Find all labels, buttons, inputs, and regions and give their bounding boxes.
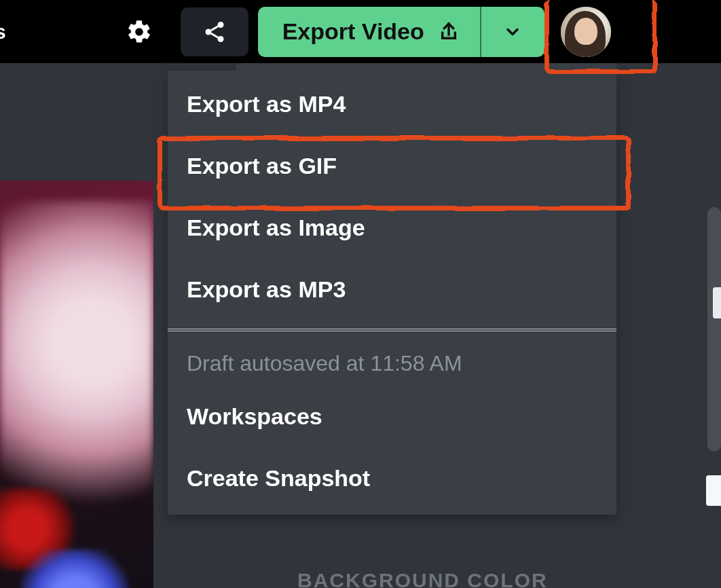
share-button[interactable]: [181, 7, 248, 56]
menu-workspaces[interactable]: Workspaces: [168, 386, 616, 447]
menu-export-image[interactable]: Export as Image: [168, 197, 616, 259]
menu-export-mp3[interactable]: Export as MP3: [168, 259, 616, 320]
panel-peek-lower: [706, 475, 721, 506]
menu-export-mp4[interactable]: Export as MP4: [168, 73, 616, 135]
user-avatar[interactable]: [561, 7, 611, 57]
menu-create-snapshot[interactable]: Create Snapshot: [168, 447, 616, 509]
autosave-status: Draft autosaved at 11:58 AM: [168, 332, 616, 386]
video-preview[interactable]: [0, 181, 153, 588]
chevron-down-icon: [503, 22, 522, 41]
export-button-group: Export Video: [258, 7, 544, 57]
svg-point-2: [217, 36, 223, 42]
upload-icon: [438, 21, 460, 43]
share-icon: [202, 20, 227, 44]
menu-export-gif[interactable]: Export as GIF: [168, 135, 616, 197]
svg-point-0: [217, 22, 223, 28]
export-video-button[interactable]: Export Video: [258, 7, 480, 57]
export-menu: Export as MP4 Export as GIF Export as Im…: [168, 71, 616, 515]
export-label: Export Video: [282, 18, 424, 45]
background-color-label: BACKGROUND COLOR: [297, 569, 548, 588]
settings-button[interactable]: [125, 18, 153, 46]
top-header: s Export Video: [0, 0, 721, 63]
svg-point-1: [205, 29, 211, 35]
title-truncated: s: [0, 20, 6, 43]
gear-icon: [126, 18, 153, 45]
menu-divider: [168, 329, 616, 329]
export-dropdown-toggle[interactable]: [480, 7, 544, 57]
side-scrollbar[interactable]: [707, 207, 721, 452]
panel-peek: [713, 287, 721, 318]
